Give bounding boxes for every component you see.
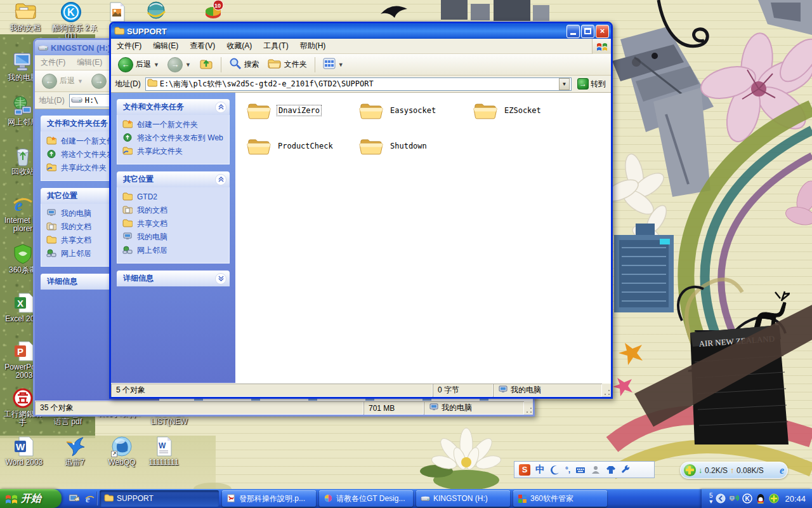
desktop-icon-word[interactable]: W Word 2003 — [4, 436, 44, 467]
collapse-chevron-icon[interactable] — [215, 102, 226, 113]
icon-label: WebQQ — [102, 458, 142, 467]
360-tray-icon[interactable] — [769, 493, 779, 504]
clock[interactable]: 20:44 — [785, 494, 806, 504]
resize-grip[interactable] — [602, 384, 611, 397]
collapse-chevron-icon[interactable] — [215, 174, 226, 185]
menu-favorites[interactable]: 收藏(A) — [221, 39, 258, 53]
panel-header[interactable]: 其它位置 — [117, 171, 230, 187]
views-button[interactable]: ▼ — [320, 56, 347, 73]
internet-explorer-icon: e — [12, 194, 34, 215]
desktop-icon-picture-file[interactable] — [96, 1, 137, 24]
show-desktop-icon[interactable] — [69, 493, 79, 504]
task-new-folder[interactable]: 创建一个新文件夹 — [122, 120, 225, 129]
back-dropdown[interactable]: ▼ — [154, 62, 159, 68]
start-button[interactable]: 开始 — [0, 489, 62, 508]
support-content[interactable]: DnaviZero Easysocket EZSocket ProductChe… — [235, 93, 611, 383]
folders-icon — [268, 58, 282, 71]
forward-button[interactable]: → ▼ — [164, 55, 194, 74]
skin-shirt-icon[interactable] — [606, 465, 616, 475]
taskbar-button-pdf[interactable]: 發那科操作說明.p... — [222, 490, 316, 507]
city-photo-top — [441, 0, 468, 20]
menu-edit[interactable]: 编辑(E) — [71, 55, 108, 70]
kugou-tray-icon[interactable]: K — [742, 493, 752, 504]
menu-file[interactable]: 文件(F) — [111, 39, 147, 53]
desktop-icon-kugou[interactable]: K 酷狗音乐 2011 — [51, 1, 91, 41]
taskbar-button-360-manager[interactable]: 360软件管家 — [513, 490, 607, 507]
place-my-computer[interactable]: 我的电脑 — [122, 232, 225, 241]
back-dropdown[interactable]: ▼ — [77, 78, 83, 84]
support-addressbar: 地址(D) E:\南海\plc软件\sw2d5c-gtd2-e_2101f\GT… — [111, 76, 611, 93]
go-button[interactable]: → 转到 — [575, 77, 608, 91]
desktop-icon-thunder[interactable]: 迅雷7 — [55, 436, 95, 467]
menu-tools[interactable]: 工具(T) — [258, 39, 294, 53]
folder-icon — [122, 192, 133, 201]
publish-web-icon — [46, 150, 56, 158]
folder-icon — [147, 79, 157, 89]
folder-tile-ezsocket[interactable]: EZSocket — [473, 98, 542, 123]
folders-button[interactable]: 文件夹 — [265, 56, 310, 73]
ime-tray-indicator[interactable]: 5▾ — [709, 493, 713, 504]
desktop-icon-my-documents[interactable]: 我的文档 — [5, 1, 46, 32]
taskbar-button-webpage[interactable]: 请教各位GT Desig... — [319, 490, 413, 507]
folder-tile-shutdown[interactable]: Shutdown — [359, 133, 428, 159]
svg-text:e: e — [15, 195, 22, 215]
icon-label: 我的文档 — [5, 24, 46, 32]
address-input[interactable]: E:\南海\plc软件\sw2d5c-gtd2-e_2101f\GTD2\SUP… — [145, 77, 572, 91]
maximize-button[interactable] — [581, 25, 594, 38]
wrench-settings-icon[interactable] — [621, 465, 631, 475]
search-button[interactable]: 搜索 — [226, 55, 263, 74]
address-dropdown[interactable]: ▼ — [559, 78, 570, 90]
desktop-icon-word-doc[interactable]: W 11111111 — [143, 436, 184, 467]
close-button[interactable]: × — [596, 25, 609, 38]
support-titlebar[interactable]: SUPPORT × — [111, 23, 611, 39]
soft-keyboard-icon[interactable] — [575, 465, 586, 475]
forward-icon: → — [91, 74, 107, 89]
ime-mode-chinese[interactable]: 中 — [535, 464, 545, 476]
up-button[interactable] — [196, 55, 216, 74]
menu-view[interactable]: 查看(V) — [184, 39, 221, 53]
menu-file[interactable]: 文件(F) — [35, 55, 71, 70]
back-button[interactable]: ← 后退 ▼ — [115, 55, 162, 74]
panel-header[interactable]: 文件和文件夹任务 — [117, 99, 230, 115]
punctuation-mode-icon[interactable]: °, — [565, 465, 570, 474]
menu-edit[interactable]: 编辑(E) — [147, 39, 184, 53]
menu-help[interactable]: 帮助(H) — [294, 39, 332, 53]
place-shared-documents[interactable]: 共享文档 — [122, 219, 225, 228]
desktop-icon-chart-10[interactable]: 10 — [193, 0, 233, 23]
back-button[interactable]: ← 后退 ▼ — [39, 72, 86, 91]
task-share-folder[interactable]: 共享此文件夹 — [122, 147, 225, 156]
icon-label: Word 2003 — [4, 458, 44, 467]
place-network[interactable]: 网上邻居 — [122, 246, 225, 255]
task-publish-web[interactable]: 将这个文件夹发布到 Web — [122, 133, 225, 142]
minimize-button[interactable] — [566, 25, 580, 38]
folder-tile-easysocket[interactable]: Easysocket — [359, 98, 437, 123]
net-speed-widget[interactable]: ↓ 0.2K/S ↑ 0.08K/S e — [680, 462, 788, 479]
taskbar-button-support[interactable]: SUPPORT — [100, 490, 219, 507]
thunder-bird-icon — [64, 436, 86, 457]
windows-logo-icon — [592, 39, 611, 54]
expand-chevron-icon[interactable] — [215, 273, 226, 284]
views-dropdown[interactable]: ▼ — [338, 62, 344, 68]
ie-quicklaunch-icon[interactable]: e — [84, 493, 95, 504]
qq-tray-icon[interactable] — [756, 493, 766, 504]
forward-dropdown[interactable]: ▼ — [185, 62, 191, 68]
ie-browser-icon[interactable]: e — [780, 465, 784, 476]
word-document-icon: W — [153, 436, 174, 457]
hide-icons-chevron[interactable] — [716, 493, 726, 504]
user-icon[interactable] — [591, 465, 601, 475]
small-pink-flower — [783, 178, 812, 228]
svg-text:P: P — [17, 346, 23, 357]
panel-header[interactable]: 详细信息 — [117, 271, 230, 286]
network-tray-icon[interactable] — [729, 493, 739, 504]
desktop-icon-webqq[interactable]: ↗ WebQQ — [102, 436, 142, 467]
place-gtd2[interactable]: GTD2 — [122, 192, 225, 201]
resize-grip[interactable] — [524, 401, 533, 415]
status-objects: 5 个对象 — [111, 384, 433, 397]
taskbar-button-kingston[interactable]: KINGSTON (H:) — [416, 490, 510, 507]
place-my-documents[interactable]: 我的文档 — [122, 206, 225, 215]
folder-tile-dnavizero[interactable]: DnaviZero — [247, 98, 322, 123]
fullwidth-moon-icon[interactable] — [550, 465, 560, 475]
sogou-logo-icon[interactable]: S — [519, 464, 530, 476]
folder-tile-productcheck[interactable]: ProductCheck — [247, 133, 334, 159]
desktop-icon-globe-app[interactable] — [136, 0, 176, 23]
